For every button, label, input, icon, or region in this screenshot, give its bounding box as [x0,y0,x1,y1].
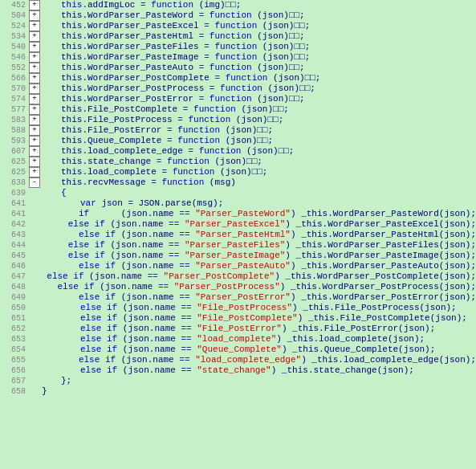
code-line: 625+this.load_complete = function (json)… [0,167,476,177]
code-content: this.WordParser_PostError = function (js… [61,94,305,104]
code-content: if (json.name == "Parser_PasteWord") _th… [79,209,476,219]
code-content: else if (json.name == "Parser_PasteAuto"… [79,261,476,271]
expand-button[interactable]: + [29,84,40,94]
line-number: 534 [0,31,29,42]
code-content: this.WordParser_PasteAuto = function (js… [61,63,305,73]
line-number: 504 [0,10,29,21]
line-number: 570 [0,84,29,94]
code-content: else if (json.name == "state_change") _t… [80,365,414,376]
expand-button[interactable]: + [29,21,40,31]
line-number: 651 [0,313,29,324]
code-content: this.WordParser_PasteImage = function (j… [61,52,310,63]
line-number: 641 [0,198,29,209]
code-content: this.WordParser_PasteHtml = function (js… [61,31,305,42]
expand-button[interactable]: + [29,52,40,63]
expand-button[interactable]: + [29,157,40,167]
code-content: else if (json.name == "load_complete_edg… [79,355,476,365]
expand-button[interactable]: + [29,167,40,177]
code-line: 648else if (json.name == "Parser_PostPro… [0,282,476,292]
code-content: } [42,386,47,397]
code-content: this.load_complete_edge = function (json… [61,146,294,157]
code-line: 644else if (json.name == "Parser_PasteFi… [0,240,476,251]
line-number: 655 [0,355,29,365]
code-line: 452+this.addImgLoc = function (img)□□; [0,0,476,10]
line-number: 643 [0,230,29,240]
line-number: 646 [0,261,29,271]
code-line: 643else if (json.name == "Parser_PasteHt… [0,230,476,240]
code-line: 574+this.WordParser_PostError = function… [0,94,476,104]
line-number: 540 [0,42,29,52]
code-content: this.WordParser_PostProcess = function (… [61,84,315,94]
code-line: 646else if (json.name == "Parser_PasteAu… [0,261,476,271]
expand-button[interactable]: + [29,94,40,104]
expand-button[interactable]: + [29,125,40,136]
line-number: 639 [0,188,29,198]
code-content: else if (json.name == "Parser_PostError"… [79,292,476,303]
code-content: else if (json.name == "Parser_PasteFiles… [68,240,476,251]
expand-button[interactable]: + [29,42,40,52]
line-number: 641 [0,209,29,219]
collapse-button[interactable]: - [29,177,40,188]
code-content: this.WordParser_PasteExcel = function (j… [61,21,310,31]
code-content: this.Queue_Complete = function (json)□□; [61,136,273,146]
code-line: 656else if (json.name == "state_change")… [0,365,476,376]
code-line: 657}; [0,376,476,386]
code-content: else if (json.name == "Parser_PasteHtml"… [79,230,476,240]
code-line: 546+this.WordParser_PasteImage = functio… [0,52,476,63]
expand-button[interactable]: + [29,146,40,157]
code-line: 570+this.WordParser_PostProcess = functi… [0,84,476,94]
code-line: 534+this.WordParser_PasteHtml = function… [0,31,476,42]
line-number: 658 [0,386,29,397]
code-line: 655else if (json.name == "load_complete_… [0,355,476,365]
code-content: this.state_change = function (json)□□; [61,157,262,167]
line-number: 656 [0,365,29,376]
code-content: else if (json.name == "Parser_PasteImage… [68,251,476,261]
line-number: 588 [0,125,29,136]
line-number: 653 [0,334,29,345]
expand-button[interactable]: + [29,31,40,42]
line-number: 577 [0,104,29,115]
line-number: 650 [0,303,29,313]
code-line: 577+this.File_PostComplete = function (j… [0,104,476,115]
code-content: }; [61,376,71,386]
line-number: 452 [0,0,29,10]
line-number: 657 [0,376,29,386]
line-number: 652 [0,324,29,334]
line-number: 524 [0,21,29,31]
expand-button[interactable]: + [29,136,40,146]
code-content: else if (json.name == "File_PostComplete… [80,313,467,324]
expand-button[interactable]: + [29,0,40,10]
code-line: 607+this.load_complete_edge = function (… [0,146,476,157]
line-number: 625 [0,157,29,167]
expand-button[interactable]: + [29,104,40,115]
expand-button[interactable]: + [29,73,40,84]
expand-button[interactable]: + [29,10,40,21]
code-content: else if (json.name == "File_PostError") … [80,324,435,334]
code-content: else if (json.name == "File_PostProcess"… [80,303,457,313]
line-number: 566 [0,73,29,84]
code-content: this.File_PostComplete = function (json)… [61,104,289,115]
code-line: 641if (json.name == "Parser_PasteWord") … [0,209,476,219]
code-content: else if (json.name == "Parser_PasteExcel… [68,219,476,230]
code-content: this.recvMessage = function (msg) [61,177,236,188]
code-line: 566+this.WordParser_PostComplete = funct… [0,73,476,84]
code-content: else if (json.name == "load_complete") _… [80,334,425,345]
code-line: 647else if (json.name == "Parser_PostCom… [0,271,476,282]
code-line: 583+this.File_PostProcess = function (js… [0,115,476,125]
expand-button[interactable]: + [29,63,40,73]
code-line: 552+this.WordParser_PasteAuto = function… [0,63,476,73]
code-line: 638-this.recvMessage = function (msg) [0,177,476,188]
code-content: this.WordParser_PasteFiles = function (j… [61,42,310,52]
code-content: var json = JSON.parse(msg); [80,198,223,209]
line-number: 654 [0,345,29,355]
expand-button[interactable]: + [29,115,40,125]
line-number: 552 [0,63,29,73]
line-number: 583 [0,115,29,125]
code-line: 524+this.WordParser_PasteExcel = functio… [0,21,476,31]
code-line: 650else if (json.name == "File_PostProce… [0,303,476,313]
line-number: 593 [0,136,29,146]
line-number: 648 [0,282,29,292]
line-number: 607 [0,146,29,157]
code-line: 645else if (json.name == "Parser_PasteIm… [0,251,476,261]
code-line: 654else if (json.name == "Queue_Complete… [0,345,476,355]
